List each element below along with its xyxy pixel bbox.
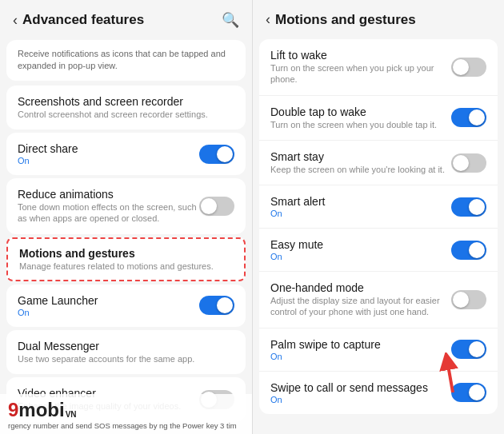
game-launcher-group: Game Launcher On	[6, 285, 246, 327]
screenshots-group: Screenshots and screen recorder Control …	[6, 86, 246, 129]
left-panel: ‹ Advanced features 🔍 Receive notificati…	[0, 0, 252, 434]
screenshots-title: Screenshots and screen recorder	[18, 95, 234, 108]
watermark-num: 9	[8, 399, 18, 421]
smart-alert-toggle[interactable]	[451, 197, 486, 217]
dual-messenger-item[interactable]: Dual Messenger Use two separate accounts…	[6, 330, 246, 374]
smart-stay-item[interactable]: Smart stay Keep the screen on while you'…	[259, 141, 498, 185]
dual-messenger-sub: Use two separate accounts for the same a…	[18, 353, 234, 364]
toggle-knob	[453, 59, 469, 75]
lift-to-wake-item[interactable]: Lift to wake Turn on the screen when you…	[259, 39, 498, 96]
game-launcher-title: Game Launcher	[18, 294, 199, 307]
toggle-knob	[469, 384, 485, 400]
double-tap-sub: Turn on the screen when you double tap i…	[270, 119, 451, 130]
one-handed-toggle[interactable]	[451, 290, 486, 309]
reduce-animations-sub: Tone down motion effects on the screen, …	[18, 201, 199, 225]
back-icon[interactable]: ‹	[13, 12, 18, 29]
motions-sub: Manage features related to motions and g…	[19, 261, 233, 272]
smart-stay-title: Smart stay	[270, 150, 451, 163]
game-launcher-item[interactable]: Game Launcher On	[6, 285, 246, 327]
lift-to-wake-sub: Turn on the screen when you pick up your…	[270, 62, 451, 86]
one-handed-title: One-handed mode	[270, 281, 451, 294]
watermark-text: mobi	[18, 399, 64, 421]
smart-alert-status: On	[270, 209, 451, 218]
one-handed-sub: Adjust the display size and layout for e…	[270, 295, 451, 318]
reduce-animations-group: Reduce animations Tone down motion effec…	[6, 178, 246, 234]
direct-share-group: Direct share On	[6, 133, 246, 175]
smart-stay-sub: Keep the screen on while you're looking …	[270, 164, 451, 175]
right-back-icon[interactable]: ‹	[266, 11, 270, 28]
toggle-knob	[201, 198, 217, 214]
watermark-bottom-text: rgency number and send SOS messages by n…	[8, 421, 244, 431]
notification-banner: Receive notifications as icons that can …	[6, 40, 246, 81]
reduce-animations-item[interactable]: Reduce animations Tone down motion effec…	[6, 178, 246, 234]
notification-text: Receive notifications as icons that can …	[18, 48, 234, 73]
direct-share-item[interactable]: Direct share On	[6, 133, 246, 175]
toggle-knob	[217, 146, 233, 162]
one-handed-item[interactable]: One-handed mode Adjust the display size …	[259, 272, 498, 328]
double-tap-title: Double tap to wake	[270, 106, 451, 118]
smart-alert-title: Smart alert	[270, 195, 451, 208]
right-panel-header: ‹ Motions and gestures	[253, 0, 504, 36]
direct-share-status: On	[18, 156, 199, 165]
left-panel-content: Receive notifications as icons that can …	[0, 37, 252, 434]
screenshots-sub: Control screenshot and screen recorder s…	[18, 109, 234, 120]
easy-mute-toggle[interactable]	[451, 241, 486, 260]
left-panel-header: ‹ Advanced features 🔍	[0, 0, 252, 37]
reduce-animations-toggle[interactable]	[199, 197, 234, 216]
toggle-knob	[453, 292, 469, 308]
search-icon[interactable]: 🔍	[222, 11, 239, 29]
toggle-knob	[469, 109, 485, 125]
game-launcher-toggle[interactable]	[199, 296, 234, 315]
toggle-knob	[453, 155, 469, 171]
watermark-vn: VN	[66, 410, 77, 419]
dual-messenger-group: Dual Messenger Use two separate accounts…	[6, 330, 246, 374]
motions-title: Motions and gestures	[19, 247, 233, 260]
right-panel: ‹ Motions and gestures Lift to wake Turn…	[252, 0, 504, 434]
smart-stay-toggle[interactable]	[451, 153, 486, 173]
toggle-knob	[469, 242, 485, 258]
direct-share-title: Direct share	[18, 142, 199, 155]
right-panel-content: Lift to wake Turn on the screen when you…	[253, 36, 504, 434]
double-tap-item[interactable]: Double tap to wake Turn on the screen wh…	[259, 96, 498, 141]
toggle-knob	[217, 297, 233, 313]
game-launcher-status: On	[18, 308, 199, 317]
right-panel-title: Motions and gestures	[275, 12, 416, 28]
motions-settings-group: Lift to wake Turn on the screen when you…	[259, 39, 498, 414]
palm-swipe-title: Palm swipe to capture	[270, 338, 451, 351]
motions-gestures-highlighted[interactable]: Motions and gestures Manage features rel…	[6, 237, 246, 281]
svg-line-1	[447, 360, 453, 392]
easy-mute-title: Easy mute	[270, 238, 451, 251]
toggle-knob	[469, 341, 485, 357]
lift-to-wake-toggle[interactable]	[451, 58, 486, 77]
swipe-to-call-item[interactable]: Swipe to call or send messages On	[259, 372, 498, 414]
toggle-knob	[469, 199, 485, 215]
smart-alert-item[interactable]: Smart alert On	[259, 185, 498, 229]
left-panel-title: Advanced features	[22, 12, 144, 28]
arrow-svg	[417, 352, 461, 396]
reduce-animations-title: Reduce animations	[18, 188, 199, 201]
lift-to-wake-title: Lift to wake	[270, 49, 451, 62]
screenshots-item[interactable]: Screenshots and screen recorder Control …	[6, 86, 246, 129]
direct-share-toggle[interactable]	[199, 145, 234, 164]
palm-swipe-item[interactable]: Palm swipe to capture On	[259, 328, 498, 372]
watermark: 9 mobi VN	[8, 399, 244, 421]
easy-mute-item[interactable]: Easy mute On	[259, 229, 498, 272]
red-arrow-indicator	[417, 352, 461, 400]
easy-mute-status: On	[270, 252, 451, 261]
dual-messenger-title: Dual Messenger	[18, 340, 234, 352]
watermark-area: 9 mobi VN rgency number and send SOS mes…	[0, 394, 252, 434]
double-tap-toggle[interactable]	[451, 108, 486, 127]
